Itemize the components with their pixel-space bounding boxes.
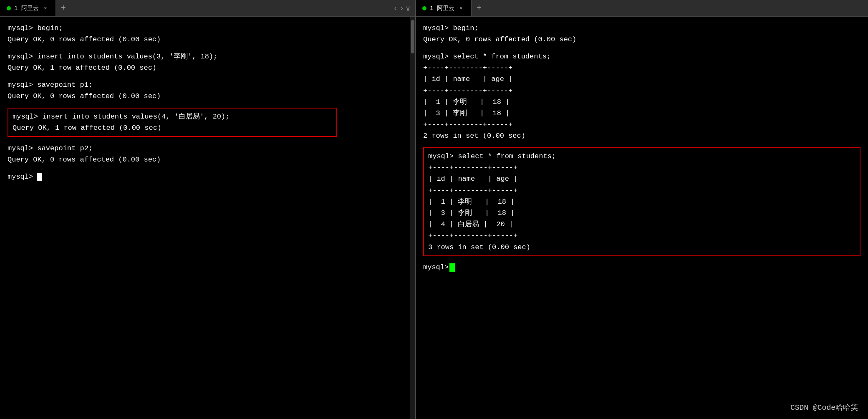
left-scrollbar-thumb[interactable]: [411, 20, 414, 53]
forward-arrow[interactable]: ›: [399, 4, 404, 13]
prompt-left: mysql>: [8, 171, 408, 182]
right-table2-row4: | 1 | 李明 | 18 |: [428, 196, 855, 207]
right-table2-row7: +----+--------+-----+: [428, 230, 855, 241]
right-table2-row3: +----+--------+-----+: [428, 185, 855, 196]
right-prompt-text: mysql>: [423, 262, 449, 273]
right-cmd-begin: mysql> begin;: [423, 23, 860, 34]
left-terminal-pane[interactable]: 1 阿里云 ✕ + ‹ › ∨ mysql> begin; Query OK, …: [0, 0, 415, 419]
cmd-insert1: mysql> insert into students values(3, '李…: [8, 51, 408, 62]
tab-dot: [7, 6, 11, 10]
right-table1-row2: | id | name | age |: [423, 73, 860, 85]
right-table2-row5: | 3 | 李刚 | 18 |: [428, 207, 855, 219]
right-terminal-pane[interactable]: 1 阿里云 ✕ + mysql> begin; Query OK, 0 rows…: [415, 0, 868, 419]
watermark: CSDN @Code哈哈笑: [790, 402, 858, 412]
right-tab-dot: [422, 6, 426, 10]
left-tab[interactable]: 1 阿里云 ✕: [0, 0, 56, 16]
right-empty3: [423, 256, 860, 262]
more-arrow[interactable]: ∨: [406, 4, 410, 13]
right-empty1: [423, 45, 860, 51]
empty5: [8, 165, 408, 171]
highlighted-insert2-block: mysql> insert into students values(4, '白…: [8, 108, 337, 137]
prompt-text-left: mysql>: [8, 171, 37, 182]
right-cmd-select1: mysql> select * from students;: [423, 51, 860, 62]
right-close-icon[interactable]: ✕: [458, 5, 464, 12]
right-add-tab-button[interactable]: +: [472, 0, 487, 16]
left-tab-bar: 1 阿里云 ✕ + ‹ › ∨: [0, 0, 415, 17]
right-table1: +----+--------+-----+ | id | name | age …: [423, 62, 860, 130]
cmd-savepoint1: mysql> savepoint p1;: [8, 79, 408, 91]
result-savepoint2: Query OK, 0 rows affected (0.00 sec): [8, 154, 408, 165]
right-table1-row3: +----+--------+-----+: [423, 85, 860, 96]
right-result-select1: 2 rows in set (0.00 sec): [423, 130, 860, 141]
left-tab-label: 1 阿里云: [14, 5, 39, 12]
right-table1-row6: +----+--------+-----+: [423, 119, 860, 130]
right-table1-row5: | 3 | 李刚 | 18 |: [423, 108, 860, 119]
right-table2-row2: | id | name | age |: [428, 173, 855, 184]
right-empty2: [423, 141, 860, 147]
add-tab-button[interactable]: +: [56, 0, 71, 16]
right-cmd-select2: mysql> select * from students;: [428, 151, 855, 162]
right-tab-bar: 1 阿里云 ✕ +: [416, 0, 868, 17]
right-table2: +----+--------+-----+ | id | name | age …: [428, 162, 855, 241]
right-prompt-line: mysql>: [423, 262, 860, 273]
right-tab[interactable]: 1 阿里云 ✕: [416, 0, 472, 16]
right-table2-row6: | 4 | 白居易 | 20 |: [428, 219, 855, 230]
right-terminal-body: mysql> begin; Query OK, 0 rows affected …: [416, 17, 868, 419]
back-arrow[interactable]: ‹: [394, 4, 398, 13]
cmd-insert2: mysql> insert into students values(4, '白…: [13, 111, 332, 122]
right-cursor: [449, 263, 455, 272]
result-insert2: Query OK, 1 row affected (0.00 sec): [13, 122, 332, 134]
close-icon[interactable]: ✕: [42, 5, 49, 12]
empty4: [8, 137, 408, 143]
right-table2-row1: +----+--------+-----+: [428, 162, 855, 173]
empty2: [8, 73, 408, 79]
left-terminal-body: mysql> begin; Query OK, 0 rows affected …: [0, 17, 415, 419]
right-table1-row1: +----+--------+-----+: [423, 62, 860, 73]
empty1: [8, 45, 408, 51]
right-tab-label: 1 阿里云: [430, 5, 454, 12]
result-savepoint1: Query OK, 0 rows affected (0.00 sec): [8, 91, 408, 102]
left-scrollbar[interactable]: [410, 17, 415, 419]
right-result-select2: 3 rows in set (0.00 sec): [428, 242, 855, 253]
right-table1-row4: | 1 | 李明 | 18 |: [423, 96, 860, 108]
cmd-savepoint2: mysql> savepoint p2;: [8, 143, 408, 154]
right-highlighted-block: mysql> select * from students; +----+---…: [423, 147, 860, 256]
empty3: [8, 102, 408, 108]
right-result-begin: Query OK, 0 rows affected (0.00 sec): [423, 34, 860, 45]
result-begin: Query OK, 0 rows affected (0.00 sec): [8, 34, 408, 45]
cmd-begin: mysql> begin;: [8, 23, 408, 34]
cursor-left: [37, 173, 42, 181]
result-insert1: Query OK, 1 row affected (0.00 sec): [8, 62, 408, 73]
